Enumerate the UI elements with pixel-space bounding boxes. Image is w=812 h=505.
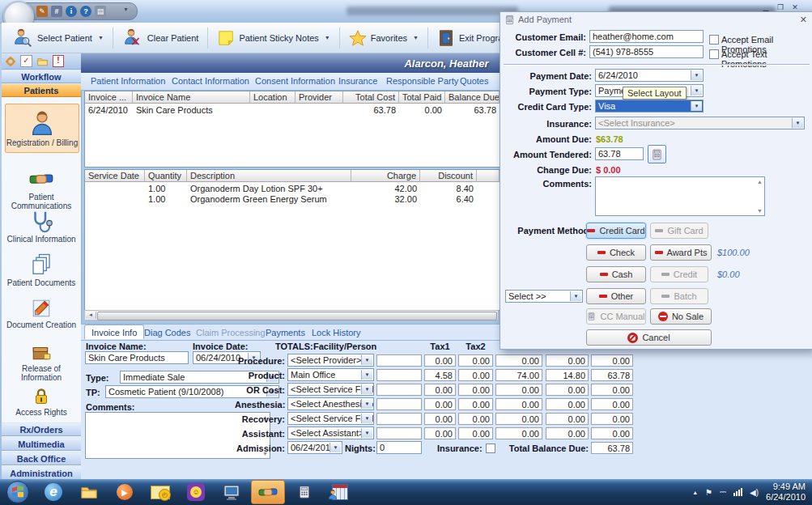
amount-cell[interactable]: 0.00 — [546, 398, 589, 410]
taskbar-mail-icon[interactable]: ◴ — [144, 481, 176, 503]
facility-person-select[interactable]: Main Office▼ — [287, 368, 374, 381]
taskbar-messenger-icon[interactable]: ☺ — [180, 481, 212, 503]
column-header[interactable]: Total Paid — [399, 91, 445, 104]
chevron-down-icon[interactable]: ▼ — [361, 370, 372, 380]
amount-cell[interactable]: 0.00 — [458, 427, 493, 439]
amount-cell[interactable] — [376, 398, 422, 410]
amount-cell[interactable] — [376, 413, 422, 425]
sidebar-item-patient-communications[interactable]: Patient Communications — [5, 167, 78, 210]
chevron-down-icon[interactable]: ▼ — [98, 35, 104, 40]
amount-cell[interactable]: 0.00 — [591, 384, 633, 396]
no-sale-button[interactable]: No Sale — [650, 308, 712, 325]
sidebar-item-registration-billing[interactable]: Registration / Billing — [5, 104, 79, 153]
taskbar-browser-icon[interactable]: e — [37, 481, 70, 503]
amount-cell[interactable]: 0.00 — [495, 413, 542, 425]
amount-cell[interactable]: 14.80 — [546, 369, 589, 381]
tab-contact-information[interactable]: Contact Information — [172, 76, 249, 86]
gear-icon[interactable] — [5, 56, 16, 67]
table-cell[interactable]: 6.40 — [420, 194, 477, 205]
sidebar-group-workflow[interactable]: Workflow — [2, 70, 81, 83]
table-cell[interactable]: 63.78 — [343, 105, 399, 116]
table-cell[interactable] — [250, 105, 295, 116]
help-icon[interactable]: ? — [80, 6, 91, 17]
tab-payments[interactable]: Payments — [266, 328, 305, 337]
tab-consent-information[interactable]: Consent Information — [255, 76, 335, 86]
column-header[interactable]: Provider — [295, 91, 343, 104]
sidebar-group-back-office[interactable]: Back Office — [2, 452, 81, 465]
amount-cell[interactable]: 0.00 — [458, 384, 493, 396]
amount-cell[interactable]: 0.00 — [546, 384, 589, 396]
tab-claim-processing[interactable]: Claim Processing — [196, 328, 266, 337]
cash-button[interactable]: Cash — [586, 266, 646, 282]
scroll-down-arrow[interactable]: ▼ — [757, 208, 763, 214]
pencil-icon[interactable]: ✎ — [36, 6, 48, 17]
amount-cell[interactable]: 0.00 — [591, 354, 633, 367]
tab-lock-history[interactable]: Lock History — [312, 328, 361, 337]
dialog-comments-textarea[interactable]: ▲ ▼ — [595, 176, 765, 216]
column-header[interactable]: Invoice ... — [85, 91, 133, 104]
amount-cell[interactable]: 0.00 — [591, 398, 633, 410]
column-header[interactable]: Location — [250, 91, 295, 104]
table-cell[interactable] — [85, 184, 145, 194]
gift-card-button[interactable]: Gift Card — [650, 223, 708, 239]
payment-date-select[interactable]: 6/24/2010▼ — [595, 69, 704, 82]
tab-patient-information[interactable]: Patient Information — [91, 76, 165, 86]
table-cell[interactable]: 6/24/2010 — [85, 105, 133, 116]
select-patient-button[interactable]: Select Patient ▼ — [6, 25, 109, 51]
amount-cell[interactable]: 0.00 — [458, 413, 493, 425]
table-cell[interactable]: 8.40 — [420, 184, 477, 194]
table-cell[interactable]: Organoderm Day Lotion SPF 30+ — [187, 184, 351, 194]
customer-email-input[interactable]: heather@home.com — [589, 30, 704, 43]
column-header[interactable] — [477, 170, 500, 182]
amount-cell[interactable]: 0.00 — [495, 354, 542, 367]
cancel-button[interactable]: Cancel — [586, 329, 712, 346]
column-header[interactable]: Discount — [420, 170, 477, 182]
info-icon[interactable]: i — [66, 6, 77, 17]
other-button[interactable]: Other — [586, 288, 646, 304]
sidebar-group-administration[interactable]: Administration — [2, 466, 81, 480]
clear-patient-button[interactable]: ✕ Clear Patient — [117, 25, 205, 51]
taskbar-phone-app-icon[interactable] — [288, 481, 321, 503]
chevron-down-icon[interactable]: ▼ — [361, 414, 372, 423]
amount-cell[interactable]: 0.00 — [495, 398, 542, 410]
taskbar-remote-desktop-icon[interactable] — [215, 481, 248, 503]
tab-quotes[interactable]: Quotes — [460, 76, 488, 86]
customer-cell-input[interactable]: (541) 978-8555 — [589, 45, 704, 58]
folder-icon[interactable] — [36, 56, 49, 67]
amount-cell[interactable]: 74.00 — [495, 369, 542, 381]
checkmark-icon[interactable]: ✓ — [20, 55, 32, 67]
sidebar-item-release-of-information[interactable]: Release of Information — [5, 342, 78, 382]
column-header[interactable]: Charge — [351, 170, 420, 182]
amount-cell[interactable]: 0.00 — [495, 384, 542, 396]
credit-button[interactable]: Credit — [650, 266, 708, 282]
tab-invoice-info[interactable]: Invoice Info — [84, 325, 144, 339]
column-header[interactable]: Balance Due — [445, 91, 500, 104]
amount-tendered-input[interactable]: 63.78 — [595, 147, 644, 160]
nights-input[interactable]: 0 — [376, 441, 422, 454]
insurance-checkbox[interactable] — [486, 443, 495, 453]
taskbar-media-player-icon[interactable]: ▶ — [108, 481, 141, 503]
amount-cell[interactable]: 0.00 — [458, 369, 493, 381]
credit-card-type-select[interactable]: Visa▼ — [595, 100, 704, 112]
sidebar-item-clinical-information[interactable]: Clinical Information — [5, 209, 78, 244]
table-cell[interactable]: 42.00 — [351, 184, 420, 194]
scrollbar-thumb[interactable] — [97, 312, 497, 320]
power-icon[interactable]: ⎓ — [720, 487, 726, 497]
column-header[interactable]: Invoice Name — [133, 91, 250, 104]
sticky-notes-button[interactable]: Patient Sticky Notes ▼ — [211, 27, 335, 49]
favorites-button[interactable]: Favorites ▼ — [343, 27, 424, 49]
chevron-down-icon[interactable]: ▼ — [361, 428, 372, 438]
tray-expand-icon[interactable]: ▲ — [692, 490, 698, 495]
qat-overflow-arrow[interactable]: ▼ — [123, 6, 129, 12]
amount-cell[interactable]: 0.00 — [424, 398, 456, 410]
notes-icon[interactable]: ▤ — [95, 6, 106, 17]
column-header[interactable]: Total Cost — [343, 91, 399, 104]
sidebar-group-multimedia[interactable]: Multimedia — [2, 437, 81, 451]
award-pts-button[interactable]: Award Pts — [650, 244, 712, 261]
table-cell[interactable] — [477, 184, 500, 194]
table-cell[interactable]: Skin Care Products — [133, 105, 250, 116]
table-cell[interactable]: 32.00 — [351, 194, 420, 205]
amount-cell[interactable] — [376, 427, 422, 439]
tab-responsible-party[interactable]: Responsible Party — [386, 76, 458, 86]
table-cell[interactable]: 1.00 — [145, 184, 187, 194]
